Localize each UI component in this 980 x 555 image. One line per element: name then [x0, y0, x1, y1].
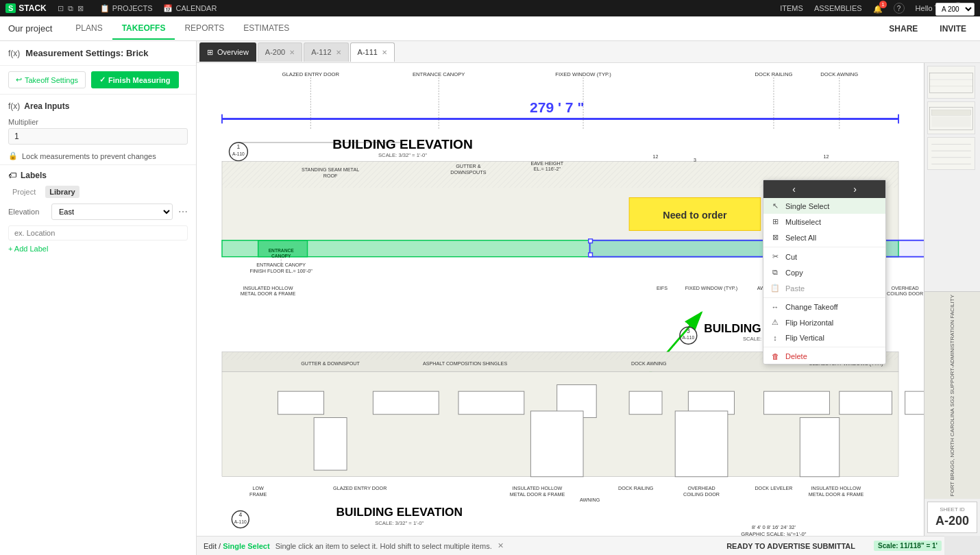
labels-header: 🏷 Labels [8, 171, 188, 180]
tab-project[interactable]: Project [8, 186, 40, 198]
ctx-cut[interactable]: ✂ Cut [763, 249, 885, 264]
ctx-delete[interactable]: 🗑 Delete [763, 349, 885, 364]
window-controls: ⊡ ⧉ ⊠ [58, 4, 84, 13]
lock-icon: 🔒 [8, 151, 18, 160]
svg-text:LOW: LOW [252, 486, 264, 491]
tab-estimates[interactable]: ESTIMATES [234, 18, 299, 40]
check-icon: ✓ [99, 75, 106, 84]
context-nav-forward[interactable]: › [824, 180, 885, 198]
ctx-flip-h-label: Flip Horizontal [785, 319, 833, 327]
svg-text:METAL DOOR & FRAME: METAL DOOR & FRAME [510, 492, 565, 497]
sheet-id-value: A-200 [932, 514, 972, 528]
ctx-flip-vertical[interactable]: ↕ Flip Vertical [763, 330, 885, 345]
svg-text:SCALE: 3/32" = 1'-0": SCALE: 3/32" = 1'-0" [375, 520, 424, 526]
left-panel: f(x) Measurement Settings: Brick ↩ Takeo… [0, 41, 197, 555]
secondary-actions: SHARE INVITE [883, 21, 972, 36]
ctx-single-select-label: Single Select [785, 202, 829, 210]
tab-a111[interactable]: A-111 ✕ [350, 42, 395, 62]
takeoff-settings-button[interactable]: ↩ Takeoff Settings [8, 71, 86, 88]
location-input[interactable] [8, 225, 188, 241]
multiplier-field: Multiplier [0, 115, 196, 147]
status-prefix: Edit / Single Select [204, 542, 270, 550]
delete-icon: 🗑 [770, 352, 780, 360]
content-area: ⊞ Overview A-200 ✕ A-112 ✕ A-111 ✕ A 200 [197, 41, 980, 555]
sheet-info-area: SG2 SUPPORT-ADMINISTRATION FACILITY FORT… [924, 291, 980, 499]
svg-text:3: 3 [687, 328, 690, 334]
tab-library[interactable]: Library [45, 186, 79, 198]
calendar-link[interactable]: 📅 CALENDAR [163, 4, 217, 13]
svg-text:STANDING SEAM METAL: STANDING SEAM METAL [302, 167, 359, 173]
svg-text:DOCK AWNING: DOCK AWNING [631, 361, 667, 367]
svg-text:FIXED WINDOW (TYP.): FIXED WINDOW (TYP.) [555, 71, 611, 77]
tab-a111-label: A-111 [358, 48, 378, 56]
context-nav-back[interactable]: ‹ [763, 180, 824, 198]
finish-measuring-button[interactable]: ✓ Finish Measuring [91, 71, 178, 88]
flip-v-icon: ↕ [770, 334, 780, 342]
svg-text:DOCK LEVELER: DOCK LEVELER [755, 486, 792, 491]
multiplier-input[interactable] [8, 128, 188, 145]
top-navigation: S STACK ⊡ ⧉ ⊠ 📋 PROJECTS 📅 CALENDAR ITEM… [0, 0, 980, 16]
window-control-3[interactable]: ⊠ [77, 4, 84, 13]
add-label-button[interactable]: + Add Label [8, 245, 48, 253]
blueprint-area[interactable]: 279 ' 7 " GLAZED ENTRY DOOR ENTRANCE CAN… [197, 63, 924, 536]
area-inputs-icon: f(x) [8, 101, 20, 111]
tab-a200[interactable]: A-200 ✕ [258, 42, 302, 62]
status-close-icon[interactable]: ✕ [498, 541, 504, 550]
tab-takeoffs[interactable]: TAKEOFFS [112, 18, 175, 40]
notifications-bell[interactable]: 🔔 1 [873, 3, 883, 14]
elevation-select[interactable]: East [51, 204, 173, 220]
paste-icon: 📋 [770, 284, 780, 293]
ctx-change-takeoff[interactable]: ↔ Change Takeoff [763, 299, 885, 314]
sheet-thumb-2[interactable] [927, 101, 975, 134]
sheet-thumb-3[interactable] [927, 137, 975, 170]
app-logo[interactable]: S STACK [5, 3, 47, 13]
ctx-copy[interactable]: ⧉ Copy [763, 264, 885, 280]
svg-text:INSULATED HOLLOW: INSULATED HOLLOW [513, 486, 563, 491]
document-tab-bar: ⊞ Overview A-200 ✕ A-112 ✕ A-111 ✕ A 200 [197, 41, 980, 63]
svg-text:BUILDING ELEVATION: BUILDING ELEVATION [332, 137, 473, 151]
sheet-thumb-1[interactable] [927, 66, 975, 99]
multiplier-label: Multiplier [8, 118, 188, 126]
ctx-divider-1 [763, 247, 885, 247]
svg-rect-80 [675, 411, 728, 477]
ctx-select-all[interactable]: ⊠ Select All [763, 230, 885, 245]
tab-a200-label: A-200 [265, 48, 285, 56]
svg-rect-81 [800, 418, 840, 477]
tab-a200-close[interactable]: ✕ [289, 49, 295, 56]
overview-icon: ⊞ [207, 48, 213, 57]
ctx-divider-3 [763, 347, 885, 347]
projects-link[interactable]: 📋 PROJECTS [100, 4, 153, 13]
status-mode: Single Select [223, 542, 269, 550]
tab-overview[interactable]: ⊞ Overview [199, 42, 256, 62]
svg-text:EIFS: EIFS [657, 286, 667, 291]
tab-a111-close[interactable]: ✕ [382, 49, 387, 56]
ctx-multiselect[interactable]: ⊞ Multiselect [763, 214, 885, 230]
thumb-svg-3 [928, 138, 975, 169]
overview-label: Overview [217, 48, 249, 56]
lock-row: 🔒 Lock measurements to prevent changes [0, 147, 196, 164]
panel-header: f(x) Measurement Settings: Brick [0, 41, 196, 66]
tab-plans[interactable]: PLANS [66, 18, 112, 40]
items-link[interactable]: ITEMS [780, 4, 803, 12]
share-button[interactable]: SHARE [883, 21, 923, 36]
svg-rect-73 [629, 391, 662, 415]
tab-reports[interactable]: REPORTS [175, 18, 234, 40]
tab-a112-close[interactable]: ✕ [336, 49, 341, 56]
svg-text:METAL DOOR & FRAME: METAL DOOR & FRAME [241, 291, 296, 297]
ctx-divider-2 [763, 297, 885, 298]
assemblies-link[interactable]: ASSEMBLIES [814, 4, 862, 12]
ctx-flip-horizontal[interactable]: ⚠ Flip Horizontal [763, 314, 885, 330]
invite-button[interactable]: INVITE [934, 21, 972, 36]
tab-a112[interactable]: A-112 ✕ [304, 42, 348, 62]
labels-tabs: Project Library [8, 186, 188, 198]
thumb-svg-1 [928, 66, 975, 98]
project-name[interactable]: Our project [8, 23, 52, 34]
elevation-options-icon[interactable]: ⋯ [178, 206, 188, 217]
svg-rect-71 [458, 391, 524, 415]
window-control-2[interactable]: ⧉ [68, 4, 73, 13]
window-control-1[interactable]: ⊡ [58, 4, 64, 13]
svg-text:COILING DOOR: COILING DOOR [887, 291, 923, 297]
help-button[interactable]: ? [894, 3, 905, 14]
ctx-single-select[interactable]: ↖ Single Select [763, 198, 885, 214]
ctx-paste[interactable]: 📋 Paste [763, 280, 885, 296]
